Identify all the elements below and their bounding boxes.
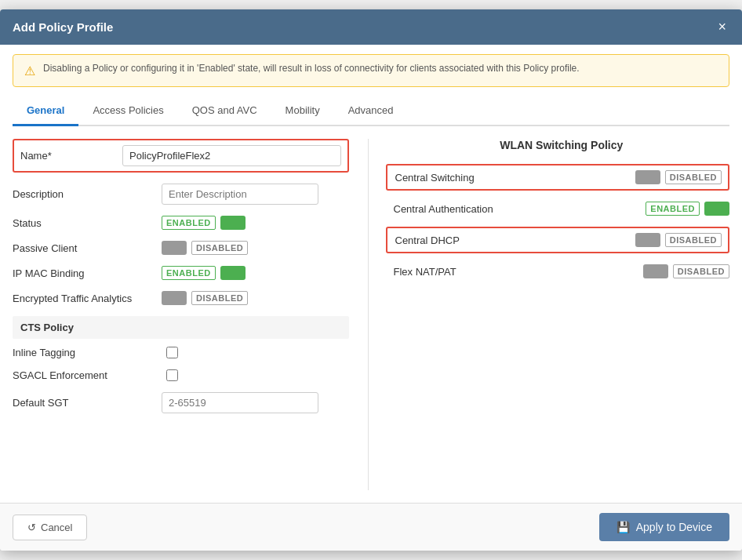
encrypted-label: Encrypted Traffic Analytics <box>13 293 154 304</box>
central-dhcp-toggle-label: DISABLED <box>665 233 722 247</box>
apply-label: Apply to Device <box>636 521 712 533</box>
cancel-label: Cancel <box>41 522 72 533</box>
warning-bar: ⚠ Disabling a Policy or configuring it i… <box>13 54 729 87</box>
central-switching-row: Central Switching DISABLED <box>386 164 730 191</box>
encrypted-toggle-label: DISABLED <box>191 291 248 305</box>
flex-nat-row: Flex NAT/PAT DISABLED <box>394 264 730 278</box>
central-dhcp-label: Central DHCP <box>395 235 627 246</box>
content-area: Name* Description Status ENABLED Passive… <box>0 126 742 503</box>
left-column: Name* Description Status ENABLED Passive… <box>13 139 369 490</box>
central-dhcp-toggle-group: DISABLED <box>635 233 722 247</box>
encrypted-toggle-switch[interactable] <box>162 291 187 305</box>
description-row: Description <box>13 184 349 205</box>
status-toggle-group: ENABLED <box>162 216 246 230</box>
central-auth-toggle-group: ENABLED <box>646 202 729 216</box>
tab-advanced[interactable]: Advanced <box>334 96 408 126</box>
modal-header: Add Policy Profile × <box>0 9 742 45</box>
modal-title: Add Policy Profile <box>13 20 113 34</box>
central-auth-label: Central Authentication <box>394 203 638 215</box>
ip-mac-toggle-switch[interactable] <box>220 266 246 280</box>
flex-nat-toggle-switch[interactable] <box>643 264 668 278</box>
status-row: Status ENABLED <box>13 216 349 230</box>
description-input[interactable] <box>162 184 318 205</box>
status-toggle-switch[interactable] <box>220 216 246 230</box>
cancel-icon: ↺ <box>27 522 36 533</box>
status-toggle-label: ENABLED <box>162 216 216 230</box>
inline-tagging-row: Inline Tagging <box>13 347 349 358</box>
modal-footer: ↺ Cancel 💾 Apply to Device <box>0 503 742 551</box>
central-switching-toggle-group: DISABLED <box>635 170 722 184</box>
flex-nat-toggle-group: DISABLED <box>643 264 729 278</box>
central-auth-toggle-switch[interactable] <box>704 202 729 216</box>
ip-mac-label: IP MAC Binding <box>13 267 154 279</box>
encrypted-row: Encrypted Traffic Analytics DISABLED <box>13 291 349 305</box>
apply-to-device-button[interactable]: 💾 Apply to Device <box>599 513 729 541</box>
central-auth-row: Central Authentication ENABLED <box>394 202 730 216</box>
ip-mac-toggle-label: ENABLED <box>162 266 216 280</box>
name-field-wrapper: Name* <box>13 139 349 173</box>
sgacl-row: SGACL Enforcement <box>13 369 349 381</box>
apply-icon: 💾 <box>617 521 630 533</box>
name-input[interactable] <box>122 145 341 166</box>
tab-qos-avc[interactable]: QOS and AVC <box>178 96 271 126</box>
central-switching-label: Central Switching <box>395 172 627 184</box>
central-dhcp-row: Central DHCP DISABLED <box>386 227 730 253</box>
close-button[interactable]: × <box>715 19 729 35</box>
default-sgt-label: Default SGT <box>13 397 154 409</box>
tab-mobility[interactable]: Mobility <box>271 96 334 126</box>
tab-general[interactable]: General <box>13 96 78 126</box>
passive-client-toggle-group: DISABLED <box>162 241 248 255</box>
inline-tagging-label: Inline Tagging <box>13 347 154 358</box>
sgacl-checkbox[interactable] <box>166 369 178 381</box>
default-sgt-row: Default SGT <box>13 392 349 413</box>
central-dhcp-toggle-switch[interactable] <box>635 233 660 247</box>
default-sgt-input[interactable] <box>162 392 318 413</box>
ip-mac-toggle-group: ENABLED <box>162 266 246 280</box>
passive-client-label: Passive Client <box>13 242 154 254</box>
description-label: Description <box>13 188 154 200</box>
inline-tagging-checkbox[interactable] <box>166 347 178 358</box>
warning-text: Disabling a Policy or configuring it in … <box>43 63 580 74</box>
tab-access-policies[interactable]: Access Policies <box>78 96 177 126</box>
flex-nat-toggle-label: DISABLED <box>673 264 729 278</box>
cancel-button[interactable]: ↺ Cancel <box>13 515 87 540</box>
passive-client-toggle-label: DISABLED <box>191 241 248 255</box>
ip-mac-row: IP MAC Binding ENABLED <box>13 266 349 280</box>
passive-client-toggle-switch[interactable] <box>162 241 187 255</box>
right-column: WLAN Switching Policy Central Switching … <box>369 139 730 490</box>
name-label: Name* <box>20 150 115 162</box>
add-policy-profile-modal: Add Policy Profile × ⚠ Disabling a Polic… <box>0 9 742 551</box>
encrypted-toggle-group: DISABLED <box>162 291 248 305</box>
cts-section-header: CTS Policy <box>13 316 349 339</box>
flex-nat-label: Flex NAT/PAT <box>394 266 635 278</box>
passive-client-row: Passive Client DISABLED <box>13 241 349 255</box>
central-switching-toggle-switch[interactable] <box>635 170 660 184</box>
status-label: Status <box>13 217 154 229</box>
sgacl-label: SGACL Enforcement <box>13 369 154 381</box>
central-auth-toggle-label: ENABLED <box>646 202 700 216</box>
tab-bar: General Access Policies QOS and AVC Mobi… <box>13 96 729 126</box>
wlan-section-title: WLAN Switching Policy <box>394 139 730 151</box>
central-switching-toggle-label: DISABLED <box>665 170 722 184</box>
warning-icon: ⚠ <box>24 64 35 78</box>
